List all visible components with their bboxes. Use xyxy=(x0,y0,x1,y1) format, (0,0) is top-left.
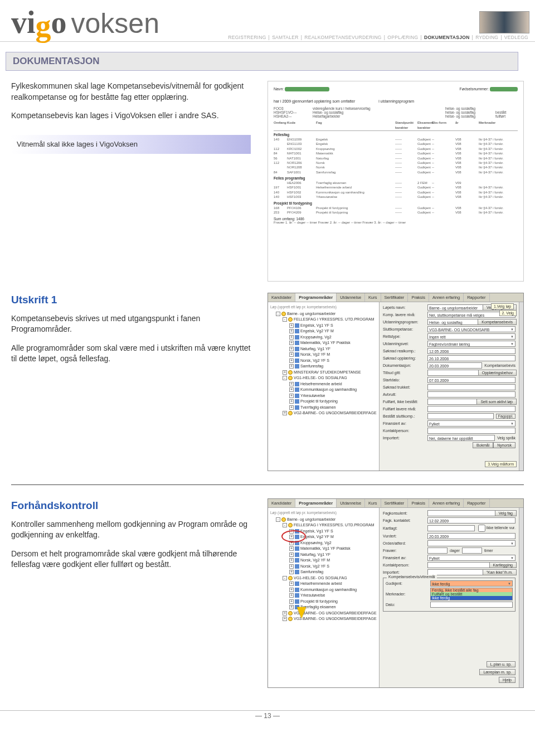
merk-opt[interactable]: Ferdig, ikke bestått alle fag xyxy=(431,588,512,592)
expand-icon[interactable]: + xyxy=(289,593,294,598)
expand-icon[interactable]: + xyxy=(283,411,287,415)
fravaer-dager[interactable] xyxy=(427,547,448,554)
expand-icon[interactable]: + xyxy=(289,529,294,534)
expand-icon[interactable]: + xyxy=(289,352,294,357)
tab[interactable]: Rapporter xyxy=(464,293,489,302)
tree-node[interactable]: +Prosjekt til fordypning xyxy=(270,399,377,405)
tab[interactable]: Rapporter xyxy=(464,499,489,507)
form-input[interactable] xyxy=(427,384,515,390)
tab[interactable]: Sertifikater xyxy=(381,499,408,507)
expand-icon[interactable]: + xyxy=(289,581,294,586)
tree-node[interactable]: +MINSTEKRAV STUDIEKOMPETANSE xyxy=(270,370,377,376)
tree-panel[interactable]: Løp (opprett ett løp pr. kompetansebevis… xyxy=(268,302,380,471)
expand-icon[interactable]: + xyxy=(289,405,294,410)
tree-node[interactable]: +Engelsk, Vg2 YF M xyxy=(270,328,377,335)
expand-icon[interactable]: + xyxy=(289,553,294,557)
tree-node[interactable]: +Helsefremmende arbeid xyxy=(270,581,377,587)
ikke-tellende-checkbox[interactable] xyxy=(478,525,485,532)
tree-node[interactable]: +Helsefremmende arbeid xyxy=(270,381,377,387)
expand-icon[interactable]: + xyxy=(289,387,294,392)
tree-node[interactable]: +Kommunikasjon og samhandling xyxy=(270,587,377,593)
tab[interactable]: Kurs xyxy=(365,499,381,507)
tree-node[interactable]: +Matematikk, Vg1 YF Praktisk xyxy=(270,340,377,346)
tab[interactable]: Utdannelse xyxy=(337,293,365,302)
side-button[interactable]: L.plan u. sp. xyxy=(487,661,515,667)
expand-icon[interactable]: + xyxy=(289,541,294,545)
tab[interactable]: Programområder xyxy=(295,499,337,507)
expand-icon[interactable]: + xyxy=(289,558,294,563)
expand-icon[interactable]: + xyxy=(289,335,294,340)
bokmal-button[interactable]: Bokmål xyxy=(473,442,493,448)
form-input[interactable]: 07.03.2009 xyxy=(427,377,515,383)
expand-icon[interactable]: + xyxy=(289,347,294,351)
form-input[interactable] xyxy=(427,406,515,412)
godkjent-select[interactable]: Ikke ferdig xyxy=(430,580,513,587)
form-input[interactable] xyxy=(427,525,475,531)
form-input[interactable] xyxy=(427,413,494,419)
opplaeringsbehov-button[interactable]: Opplæringsbehov xyxy=(478,370,517,376)
tab[interactable]: Praksis xyxy=(408,499,429,507)
tab[interactable]: Annen erfaring xyxy=(429,293,464,302)
fravaer-timer[interactable] xyxy=(462,547,482,554)
expand-icon[interactable]: + xyxy=(289,570,294,574)
tab[interactable]: Programområder xyxy=(295,293,337,302)
tree-node[interactable]: +Tverrfaglig eksamen xyxy=(270,604,377,610)
form-input[interactable]: VG3-BARNE- OG UNGDOMSARB xyxy=(427,326,515,332)
merk-opt[interactable]: Fullført og bestått xyxy=(431,592,512,596)
kan-ikke-button[interactable]: "Kan ikke"/h.m. xyxy=(483,569,517,575)
tree-node[interactable]: +Engelsk, Vg1 YF S xyxy=(270,529,377,535)
expand-icon[interactable]: - xyxy=(283,376,287,380)
merk-opt[interactable]: Ikke ferdig xyxy=(431,596,512,600)
tab[interactable]: Sertifikater xyxy=(381,293,408,302)
tree-node[interactable]: +VG2-BARNE- OG UNGDOMSARBEIDERFAGE xyxy=(270,610,377,617)
tree-node[interactable]: -VG1-HELSE- OG SOSIALFAG xyxy=(270,375,377,381)
tree-node[interactable]: -Barne- og ungdomsarbeider xyxy=(270,517,377,523)
tree-node[interactable]: +VG3-BARNE- OG UNGDOMSARBEIDERFAGE xyxy=(270,616,377,622)
expand-icon[interactable]: + xyxy=(289,364,294,369)
side-button[interactable]: Hjelp xyxy=(499,677,515,683)
form-input[interactable]: Fylket xyxy=(427,555,515,561)
expand-icon[interactable]: + xyxy=(283,370,287,375)
tree-node[interactable]: +Naturfag, Vg1 YF xyxy=(270,552,377,558)
tree-node[interactable]: +Samfunnsfag xyxy=(270,364,377,370)
expand-icon[interactable]: + xyxy=(289,588,294,592)
tree-node[interactable]: +Kommunikasjon og samhandling xyxy=(270,387,377,393)
sett-aktivt-button[interactable]: Sett som aktivt løp xyxy=(476,399,517,405)
expand-icon[interactable]: + xyxy=(289,394,294,398)
form-input[interactable]: Fagbrev/ordinær læring xyxy=(427,341,515,347)
tree-panel[interactable]: Løp (opprett ett løp pr. kompetansebevis… xyxy=(268,508,380,687)
expand-icon[interactable]: + xyxy=(289,323,294,328)
tab[interactable]: Praksis xyxy=(408,293,429,302)
nynorsk-button[interactable]: Nynorsk xyxy=(493,442,515,448)
expand-icon[interactable]: + xyxy=(289,599,294,604)
tree-node[interactable]: +Tverrfaglig eksamen xyxy=(270,405,377,411)
expand-icon[interactable]: - xyxy=(283,576,287,580)
tab[interactable]: Annen erfaring xyxy=(429,499,464,507)
expand-icon[interactable]: - xyxy=(283,523,287,527)
expand-icon[interactable]: + xyxy=(289,341,294,345)
tree-node[interactable]: +Naturfag, Vg1 YF xyxy=(270,346,377,352)
expand-icon[interactable]: + xyxy=(289,546,294,551)
form-input[interactable]: Ingen rett xyxy=(427,333,515,340)
expand-icon[interactable]: - xyxy=(276,517,280,522)
tree-node[interactable]: +Norsk, Vg2 YF M xyxy=(270,558,377,564)
form-input[interactable] xyxy=(427,428,515,434)
tab[interactable]: Kandidater xyxy=(268,499,295,507)
tree-node[interactable]: +Norsk, Vg2 YF S xyxy=(270,358,377,364)
expand-icon[interactable]: + xyxy=(289,535,294,539)
kartlegging-button[interactable]: Kartlegging xyxy=(489,562,517,568)
kompetansebevis-button[interactable]: Kompetansebevis xyxy=(478,319,517,325)
form-input[interactable]: Fylket xyxy=(427,420,515,427)
form-input[interactable] xyxy=(427,391,515,398)
expand-icon[interactable]: + xyxy=(289,382,294,386)
expand-icon[interactable]: + xyxy=(289,358,294,363)
side-button[interactable]: Læreplan m. sp. xyxy=(479,669,515,675)
tree-node[interactable]: +VG2-BARNE- OG UNGDOMSARBEIDERFAGE xyxy=(270,410,377,416)
expand-icon[interactable]: + xyxy=(289,329,294,333)
expand-icon[interactable]: + xyxy=(283,617,287,621)
form-input[interactable]: 12.05.2008 xyxy=(427,348,515,354)
expand-icon[interactable]: - xyxy=(283,317,287,322)
form-input[interactable]: Nei, dataene har oppstått xyxy=(427,435,495,441)
tree-node[interactable]: +Matematikk, Vg1 YF Praktisk xyxy=(270,546,377,552)
tree-node[interactable]: -FELLESFAG I YRKESSPES. UTD.PROGRAM xyxy=(270,522,377,529)
